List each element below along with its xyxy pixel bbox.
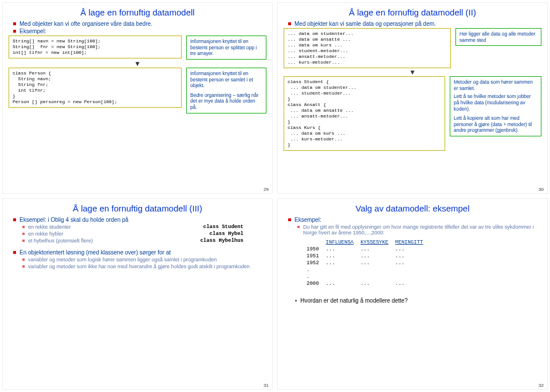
bullet-icon [22,265,25,268]
note-line: Metoder og data som hører sammen er saml… [454,79,537,91]
code-classes: class Student { ... data om studenter...… [284,76,445,151]
code-arrays: String[] navn = new String[100]; String[… [9,36,182,58]
th: KYSSESYKE [360,239,395,246]
bullet-icon [22,258,25,261]
slide-title: Å lage en fornuftig datamodell (II) [284,7,541,17]
bullet-icon [13,22,16,25]
page-number: 29 [264,187,269,192]
sub-text: variabler og metoder som ikke har noe me… [28,264,250,269]
row-text: en rekke studenter [28,224,71,230]
table-row: 1952......... [307,260,430,266]
table-row: . [307,273,430,280]
slide-30: Å lage en fornuftig datamodell (II) Med … [277,2,548,194]
desc-text: Du har gitt en fil med opplysninger om h… [303,224,541,236]
note-split: Informasjonen knyttet til en bestemt per… [186,36,266,60]
bullet-icon [13,251,16,254]
slide-title: Å lage en fornuftig datamodell (III) [9,203,266,213]
bullet-icon [22,233,25,235]
intro-text: Med objekter kan vi samle data og operas… [294,21,436,27]
bullet-icon [288,22,291,25]
note-line: Lett å kopiere alt som har med personer … [454,115,537,134]
row-class: class Student [203,224,243,230]
slide-title: Valg av datamodell: eksempel [284,203,541,213]
example-label: Eksempel: [294,217,321,223]
question-text: Hvordan er det naturlig å modellere dett… [300,297,407,304]
table-row: . [307,266,430,273]
page-number: 31 [264,383,269,388]
slide-29: Å lage en fornuftig datamodell Med objek… [2,2,273,194]
note-all-same: Her ligger alle data og alle metoder sam… [455,28,541,46]
code-flat-list: ... data om studenter... ... data om ans… [284,28,451,68]
dot-icon: • [295,298,297,304]
table-row: 1951......... [307,253,430,260]
disease-table: INFLUENSA KYSSESYKE MENINGITT 1950......… [307,239,430,287]
th: MENINGITT [395,239,430,246]
bullet-icon [297,226,300,228]
table-row: 1950......... [307,246,430,253]
arrow-down-icon: ▼ [284,69,541,76]
page-number: 30 [539,187,544,192]
example-heading: Eksempel: i Oblig 4 skal du holde orden … [19,217,128,223]
bullet-icon [13,218,16,221]
bullet-icon [13,30,16,33]
bullet-icon [22,226,25,228]
note-group: Metoder og data som hører sammen er saml… [450,76,541,136]
row-text: en rekke hybler [28,231,64,237]
table-row: 2000......... [307,280,430,287]
table-header: INFLUENSA KYSSESYKE MENINGITT [307,239,430,246]
slide-32: Valg av datamodell: eksempel Eksempel: D… [277,198,548,390]
intro-text: Med objekter kan vi ofte organisere våre… [19,21,152,27]
bullet-icon [22,240,25,242]
slide-title: Å lage en fornuftig datamodell [9,7,266,17]
sub-text: variabler og metoder som logisk hører sa… [28,257,217,262]
slide-31: Å lage en fornuftig datamodell (III) Eks… [2,198,273,390]
arrow-down-icon: ▼ [9,60,266,67]
row-class: class Hybel [210,231,243,237]
row-text: et hybelhus (potensielt flere) [28,238,93,244]
code-class-person: class Person { String navn; String fnr; … [9,68,182,108]
note-line: Informasjonen knyttet til en bestemt per… [190,70,262,89]
th [307,239,326,246]
bullet-icon [288,218,291,221]
note-line: Bedre organisering – særlig når det er m… [190,92,262,111]
th: INFLUENSA [326,239,361,246]
example-label: Eksempel: [19,28,46,34]
note-samlet: Informasjonen knyttet til en bestemt per… [186,68,266,113]
oo-text: En objektorientert løsning (med klassene… [19,249,171,256]
note-line: Lett å se hvilke metoder som jobber på h… [454,93,537,112]
page-number: 32 [539,383,544,388]
row-class: class Hybelhus [200,238,243,244]
